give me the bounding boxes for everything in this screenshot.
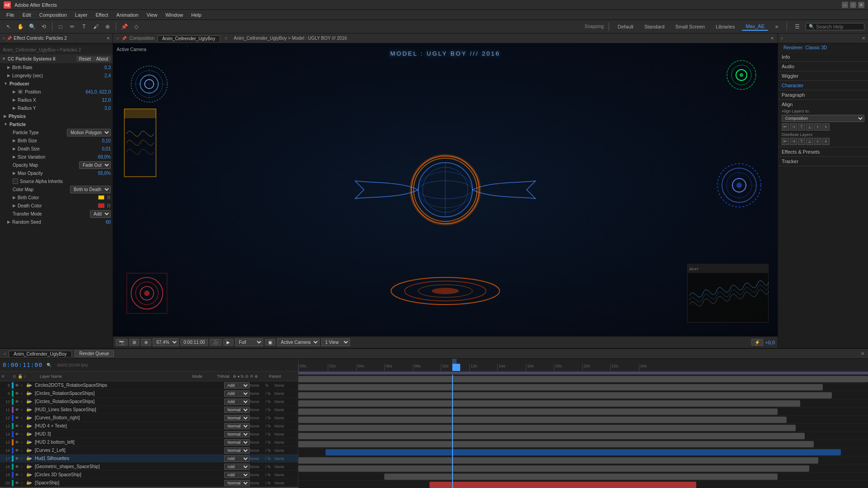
tl-layer-13-mode[interactable]: NormalAdd <box>224 423 250 429</box>
rp-dist-6[interactable]: ⊧ <box>822 138 830 145</box>
rp-align-center-h[interactable]: ⊣ <box>790 123 797 131</box>
ec-reset-btn[interactable]: Reset <box>76 56 94 62</box>
tl-layer-19-mode[interactable]: AddNormal <box>224 472 250 478</box>
panel-close-button[interactable]: ✕ <box>106 36 110 41</box>
rp-wiggler[interactable]: Wiggler <box>778 71 868 81</box>
rp-dist-5[interactable]: ⊦ <box>814 138 821 145</box>
tl-layer-19-expand[interactable]: ▶ <box>29 473 35 477</box>
rp-align[interactable]: Align Align Layers to: Composition ⊢ ⊣ ⊤… <box>778 100 868 147</box>
ec-lon-toggle[interactable]: ▶ <box>7 73 10 78</box>
tl-layer-18-eye[interactable]: 👁 <box>15 465 19 469</box>
tl-layer-13-eye[interactable]: 👁 <box>15 424 19 428</box>
vt-magnify-btn[interactable]: ⊕ <box>141 339 151 346</box>
menu-composition[interactable]: Composition <box>36 11 71 19</box>
rp-dist-3[interactable]: ⊤ <box>798 138 805 145</box>
tool-select[interactable]: ↖ <box>4 22 14 32</box>
ec-dc-toggle[interactable]: ▶ <box>13 203 16 208</box>
tl-layer-8-lock[interactable]: 🔒 <box>26 383 29 387</box>
rp-paragraph[interactable]: Paragraph <box>778 90 868 100</box>
tl-layer-13-lock[interactable]: 🔒 <box>26 424 29 428</box>
ws-more[interactable]: » <box>772 22 782 32</box>
tl-layer-12-mode[interactable]: NormalAdd <box>224 415 250 421</box>
vt-resolution-select[interactable]: Full Half Quarter <box>235 338 263 346</box>
vt-timecode-btn[interactable]: 0:00:11:00 <box>180 339 208 346</box>
ec-toggle-main[interactable]: ▼ <box>2 56 6 61</box>
tl-layer-14-mode[interactable]: NormalAdd <box>224 431 250 437</box>
tool-zoom[interactable]: 🔍 <box>27 22 37 32</box>
ec-cm-select[interactable]: Birth to Death <box>70 186 111 193</box>
ec-sa-checkbox[interactable] <box>13 178 18 184</box>
tl-layer-12-eye[interactable]: 👁 <box>15 416 19 420</box>
ec-bs-toggle[interactable]: ▶ <box>13 138 16 143</box>
tl-layer-11-solo[interactable]: ○ <box>20 408 25 412</box>
menu-file[interactable]: File <box>3 11 18 19</box>
tl-layer-18-solo[interactable]: ○ <box>20 465 25 469</box>
ec-part-toggle[interactable]: ▼ <box>4 122 8 127</box>
tool-hand[interactable]: ✋ <box>15 22 25 32</box>
tl-layer-14-expand[interactable]: ▶ <box>29 432 35 436</box>
tl-layer-20-solo[interactable]: ○ <box>20 481 25 485</box>
ec-pos-value[interactable]: 641,0, 622,0 <box>85 89 111 94</box>
ec-ry-value[interactable]: 3,0 <box>104 106 111 111</box>
ec-mo-value[interactable]: 55,0% <box>98 171 111 176</box>
ws-panel-toggle[interactable]: ☰ <box>792 22 802 32</box>
ec-bc-swatch[interactable] <box>98 195 104 200</box>
ws-small-screen[interactable]: Small Screen <box>672 23 708 30</box>
ec-rx-toggle[interactable]: ▶ <box>13 98 16 102</box>
menu-layer[interactable]: Layer <box>71 11 91 19</box>
tool-brush[interactable]: 🖌 <box>91 22 101 32</box>
ec-ds-value[interactable]: 0,01 <box>102 146 111 151</box>
vt-view-select[interactable]: Active Camera <box>277 338 320 346</box>
vt-camera-btn[interactable]: 🎥 <box>210 339 222 346</box>
tl-layer-14-solo[interactable]: ○ <box>20 432 25 436</box>
tl-layer-16-eye[interactable]: 👁 <box>15 448 19 453</box>
tl-layer-10-solo[interactable]: ○ <box>20 399 25 404</box>
tl-layer-15-mode[interactable]: NormalAdd <box>224 439 250 446</box>
tl-layer-14-eye[interactable]: 👁 <box>15 432 19 436</box>
tl-layer-16-lock[interactable]: 🔒 <box>26 448 29 452</box>
ec-dc-swatch[interactable] <box>98 203 104 208</box>
tl-layer-17-expand[interactable]: ▶ <box>29 456 35 460</box>
comp-tab-main[interactable]: Anim_Cellrender_UglyBoy <box>157 35 220 42</box>
tl-layer-9-solo[interactable]: ○ <box>20 391 25 396</box>
ws-max-ae[interactable]: Max_AE <box>742 23 768 31</box>
tl-layer-20-lock[interactable]: 🔒 <box>26 481 29 485</box>
tl-layer-12-expand[interactable]: ▶ <box>29 416 35 420</box>
tl-layer-11-expand[interactable]: ▶ <box>29 408 35 412</box>
tl-layer-9-eye[interactable]: 👁 <box>15 391 19 396</box>
rp-close-btn[interactable]: ✕ <box>862 36 865 41</box>
tl-layer-8-expand[interactable]: ▶ <box>29 383 35 387</box>
search-input[interactable] <box>816 24 861 29</box>
tl-layer-14-lock[interactable]: 🔒 <box>26 432 29 436</box>
tl-layer-8-eye[interactable]: 👁 <box>15 383 19 388</box>
ec-br-toggle[interactable]: ▶ <box>7 65 10 70</box>
tl-layer-15-eye[interactable]: 👁 <box>15 440 19 445</box>
tl-layer-20-expand[interactable]: ▶ <box>29 481 35 485</box>
menu-help[interactable]: Help <box>188 11 205 19</box>
ec-sv-value[interactable]: 69,0% <box>98 155 111 160</box>
ws-libraries[interactable]: Libraries <box>712 23 738 30</box>
tool-pen[interactable]: ✏ <box>67 22 77 32</box>
rp-character[interactable]: Character <box>778 81 868 90</box>
tl-layer-10-mode[interactable]: AddNormal <box>224 399 250 405</box>
rp-align-center-v[interactable]: ⊦ <box>814 123 821 131</box>
ec-phys-toggle[interactable]: ▶ <box>4 114 7 118</box>
tl-layer-8-solo[interactable]: ○ <box>20 383 25 388</box>
tl-layer-11-mode[interactable]: NormalAdd <box>224 407 250 413</box>
tool-pin[interactable]: 📌 <box>119 22 129 32</box>
tl-layer-16-expand[interactable]: ▶ <box>29 448 35 452</box>
vt-zoom-select[interactable]: 67,4% 100% 50% <box>153 338 179 346</box>
tl-layer-17-lock[interactable]: 🔒 <box>26 456 29 460</box>
tl-layer-16-solo[interactable]: ○ <box>20 448 25 453</box>
vt-region-btn[interactable]: ▣ <box>265 339 275 346</box>
maximize-button[interactable]: □ <box>850 2 856 8</box>
tl-layer-18-lock[interactable]: 🔒 <box>26 465 29 469</box>
tl-layer-11-lock[interactable]: 🔒 <box>26 408 29 412</box>
ec-sv-toggle[interactable]: ▶ <box>13 155 16 159</box>
tl-search-btn[interactable]: 🔍 <box>45 361 52 369</box>
tl-layer-9-lock[interactable]: 🔒 <box>26 391 29 395</box>
rp-tracker[interactable]: Tracker <box>778 157 868 166</box>
tl-tab-main[interactable]: Anim_Cellrender_UglyBoy <box>9 351 71 357</box>
rp-audio[interactable]: Audio <box>778 62 868 71</box>
vt-snapshot-btn[interactable]: 📷 <box>116 339 127 346</box>
